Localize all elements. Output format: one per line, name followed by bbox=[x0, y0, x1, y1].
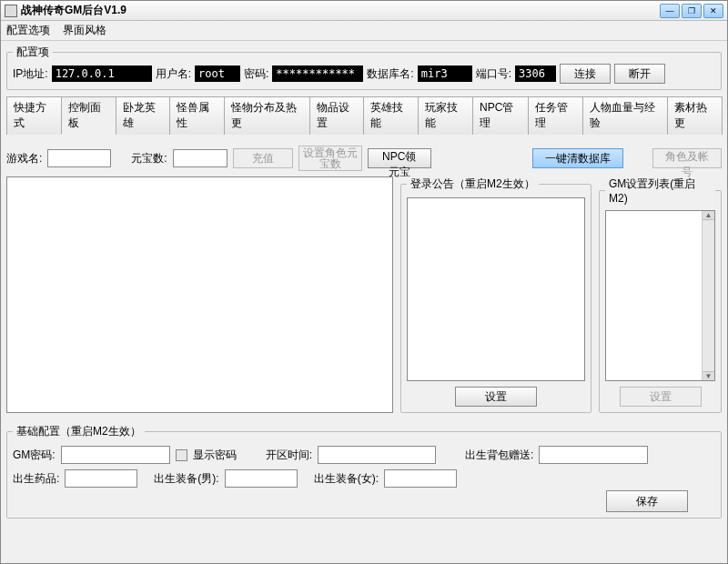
window-title: 战神传奇GM后台V1.9 bbox=[21, 3, 660, 18]
birth-bag-label: 出生背包赠送: bbox=[465, 448, 533, 463]
connect-button[interactable]: 连接 bbox=[560, 64, 611, 84]
control-panel: 游戏名: 元宝数: 充值 设置角色元宝数 NPC领元宝 一键清数据库 角色及帐号… bbox=[6, 138, 722, 559]
game-name-input[interactable] bbox=[47, 149, 111, 167]
yuanbao-input[interactable] bbox=[173, 149, 228, 167]
tab-0[interactable]: 快捷方式 bbox=[6, 96, 62, 135]
ip-label: IP地址: bbox=[13, 66, 48, 82]
login-notice-legend: 登录公告（重启M2生效） bbox=[407, 176, 539, 192]
tab-11[interactable]: 素材热更 bbox=[667, 96, 723, 135]
birth-equip-f-label: 出生装备(女): bbox=[314, 471, 379, 487]
tab-4[interactable]: 怪物分布及热更 bbox=[224, 96, 309, 135]
gm-list-box[interactable] bbox=[605, 210, 715, 381]
birth-equip-f-input[interactable] bbox=[384, 469, 457, 488]
tab-8[interactable]: NPC管理 bbox=[472, 96, 529, 135]
open-time-input[interactable] bbox=[318, 446, 436, 464]
disconnect-button[interactable]: 断开 bbox=[614, 64, 665, 84]
tab-10[interactable]: 人物血量与经验 bbox=[582, 96, 668, 135]
config-fieldset: 配置项 IP地址: 用户名: 密码: 数据库名: 端口号: 连接 断开 bbox=[6, 45, 722, 90]
tab-1[interactable]: 控制面板 bbox=[61, 96, 116, 135]
db-input[interactable] bbox=[418, 65, 472, 82]
open-time-label: 开区时间: bbox=[266, 448, 312, 463]
tab-6[interactable]: 英雄技能 bbox=[363, 96, 419, 135]
window-controls: — ❐ ✕ bbox=[660, 4, 723, 18]
tab-5[interactable]: 物品设置 bbox=[309, 96, 365, 135]
birth-drug-label: 出生药品: bbox=[13, 471, 59, 487]
gm-pass-input[interactable] bbox=[61, 446, 170, 464]
pass-input[interactable] bbox=[272, 65, 363, 82]
show-pass-label: 显示密码 bbox=[193, 448, 237, 463]
base-config-legend: 基础配置（重启M2生效） bbox=[13, 424, 145, 439]
birth-drug-input[interactable] bbox=[65, 469, 137, 488]
client-area: 配置项 IP地址: 用户名: 密码: 数据库名: 端口号: 连接 断开 快捷方式… bbox=[1, 41, 727, 563]
clear-database-button[interactable]: 一键清数据库 bbox=[532, 148, 623, 168]
login-notice-fieldset: 登录公告（重启M2生效） 设置 bbox=[400, 176, 592, 413]
user-label: 用户名: bbox=[156, 66, 191, 82]
tab-9[interactable]: 任务管理 bbox=[528, 96, 583, 135]
login-notice-set-button[interactable]: 设置 bbox=[455, 387, 537, 407]
gm-list-fieldset: GM设置列表(重启M2) 设置 bbox=[599, 176, 722, 413]
db-label: 数据库名: bbox=[367, 66, 413, 82]
maximize-button[interactable]: ❐ bbox=[682, 4, 702, 18]
npc-yuanbao-button[interactable]: NPC领元宝 bbox=[368, 148, 431, 168]
gm-list-legend: GM设置列表(重启M2) bbox=[605, 176, 715, 205]
user-input[interactable] bbox=[195, 65, 240, 82]
game-name-label: 游戏名: bbox=[6, 151, 42, 166]
ip-input[interactable] bbox=[52, 65, 152, 82]
gm-pass-label: GM密码: bbox=[13, 448, 56, 463]
close-button[interactable]: ✕ bbox=[703, 4, 723, 18]
set-role-yuanbao-button[interactable]: 设置角色元宝数 bbox=[298, 146, 362, 171]
yuanbao-label: 元宝数: bbox=[131, 151, 167, 166]
app-icon bbox=[5, 5, 17, 17]
menu-config-options[interactable]: 配置选项 bbox=[6, 23, 50, 38]
tab-strip: 快捷方式控制面板卧龙英雄怪兽属性怪物分布及热更物品设置英雄技能玩家技能NPC管理… bbox=[6, 96, 722, 135]
port-input[interactable] bbox=[515, 65, 556, 82]
save-button[interactable]: 保存 bbox=[606, 490, 688, 512]
pass-label: 密码: bbox=[244, 66, 268, 82]
birth-equip-m-input[interactable] bbox=[225, 469, 298, 488]
tab-3[interactable]: 怪兽属性 bbox=[169, 96, 225, 135]
port-label: 端口号: bbox=[476, 66, 511, 82]
birth-equip-m-label: 出生装备(男): bbox=[154, 471, 218, 487]
application-window: 战神传奇GM后台V1.9 — ❐ ✕ 配置选项 界面风格 配置项 IP地址: 用… bbox=[0, 0, 728, 564]
tab-2[interactable]: 卧龙英雄 bbox=[116, 96, 171, 135]
menu-bar: 配置选项 界面风格 bbox=[1, 21, 727, 41]
minimize-button[interactable]: — bbox=[660, 4, 680, 18]
config-legend: 配置项 bbox=[13, 45, 53, 60]
base-config-fieldset: 基础配置（重启M2生效） GM密码: 显示密码 开区时间: 出生背包赠送: 出生… bbox=[6, 424, 722, 519]
login-notice-textarea[interactable] bbox=[407, 197, 585, 381]
gm-list-set-button[interactable]: 设置 bbox=[620, 387, 702, 407]
role-account-button[interactable]: 角色及帐号 bbox=[652, 148, 722, 168]
birth-bag-input[interactable] bbox=[539, 446, 648, 464]
recharge-button[interactable]: 充值 bbox=[233, 148, 293, 168]
main-textarea[interactable] bbox=[6, 176, 393, 413]
show-pass-checkbox[interactable] bbox=[176, 449, 187, 461]
gm-list-scrollbar[interactable] bbox=[702, 211, 714, 380]
menu-ui-style[interactable]: 界面风格 bbox=[63, 23, 106, 38]
title-bar: 战神传奇GM后台V1.9 — ❐ ✕ bbox=[1, 1, 727, 21]
tab-7[interactable]: 玩家技能 bbox=[418, 96, 473, 135]
